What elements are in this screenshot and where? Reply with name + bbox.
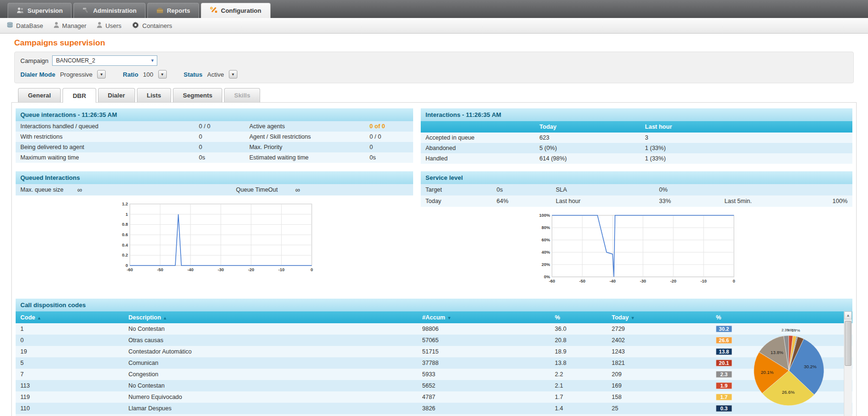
column-today[interactable]: Today▼ [612,314,716,321]
stat-label: Interactions handled / queued [20,123,199,130]
database-icon [7,22,13,29]
tab-strip: General DBR Dialer Lists Segments Skills [14,88,854,102]
service-level-row: Today 64% Last hour 33% Last 5min. 100% [421,195,852,207]
sort-asc-icon: ▲ [163,316,167,320]
cell-code: 7 [20,371,128,378]
last-hour-value: 1 (33%) [645,155,848,162]
panel-title: Call disposition codes [16,299,852,311]
svg-text:80%: 80% [541,225,550,230]
percent-badge: 20.1 [716,360,732,366]
cell-today: 158 [612,394,716,400]
svg-text:0.6: 0.6 [122,232,128,237]
cell-percent: 20.8 [555,337,612,344]
column-today-percent[interactable]: % [716,314,852,321]
cell-description: Llamar Despues [128,405,422,412]
vertical-scrollbar[interactable]: ▲ ▼ [844,311,852,416]
cell-code: 5 [20,360,128,366]
column-code[interactable]: Code▲ [20,314,128,321]
column-percent[interactable]: % [555,314,612,321]
cell-percent: 1.7 [555,394,612,400]
table-row[interactable]: 0 Otras causas 57065 20.8 2402 26.6 [16,335,852,346]
last-hour-value: 33% [659,198,724,204]
cell-code: 1 [20,326,128,332]
scroll-up-button[interactable]: ▲ [844,311,852,319]
campaign-selected-value: BANCOMER_2 [56,57,95,64]
svg-text:1.2: 1.2 [122,202,128,206]
cell-code: 0 [20,337,128,344]
table-row[interactable]: 5 Comunican 37788 13.8 1821 20.1 [16,357,852,369]
last-hour-value: 1 (33%) [645,145,848,151]
ratio-dropdown-button[interactable]: ▼ [158,70,167,79]
tab-lists[interactable]: Lists [137,88,171,102]
table-row: Abandoned 5 (0%) 1 (33%) [421,143,852,153]
toolbar-item-manager[interactable]: Manager [54,22,86,29]
table-row[interactable]: 119 Numero Equivocado 4787 1.7 158 1.7 [16,391,852,403]
nav-tab-supervision[interactable]: Supervision [8,3,72,18]
cell-accum: 5933 [422,371,555,378]
stat-label: Maximum waiting time [20,154,199,161]
table-row[interactable]: 110 Llamar Despues 3826 1.4 25 0.3 [16,403,852,414]
cell-percent: 1.4 [555,405,612,412]
svg-text:-30: -30 [640,279,646,283]
cell-percent: 36.0 [555,326,612,332]
toolbar-item-label: Containers [142,22,172,29]
table-row[interactable]: 7 Congestion 5933 2.2 209 2.3 [16,369,852,380]
sla-label: SLA [556,186,659,193]
stat-value: 0s [199,154,249,161]
cell-accum: 3826 [422,405,555,412]
column-today[interactable]: Today [540,124,645,130]
queue-timeout-label: Queue TimeOut [236,186,295,193]
campaign-select[interactable]: BANCOMER_2 ▼ [52,55,157,66]
column-description[interactable]: Description▲ [128,314,422,321]
tab-dialer[interactable]: Dialer [98,88,135,102]
nav-tab-administration[interactable]: Administration [73,3,145,18]
sort-asc-icon: ▲ [37,316,41,320]
stat-value: 0 [199,133,249,140]
cell-percent: 2.1 [555,382,612,389]
tab-general[interactable]: General [18,88,61,102]
table-row[interactable]: 19 Contestador Automático 51715 18.9 124… [16,346,852,357]
dialer-mode-label: Dialer Mode [20,71,55,78]
table-row[interactable]: 113 No Contestan 5652 2.1 169 1.9 [16,380,852,391]
column-accum[interactable]: #Accum▼ [422,314,555,321]
cell-code: 113 [20,382,128,389]
users-person-icon [97,22,102,29]
nav-tab-label: Configuration [221,7,261,14]
panel-title: Queued Interactions [16,171,413,184]
cell-accum: 4787 [422,394,555,400]
table-row[interactable]: 10 Abandonada 2641 1.0 19 0.2 [16,414,852,416]
service-level-panel: Service level Target 0s SLA 0% Today 64%… [421,171,852,291]
stat-label: With restrictions [20,133,199,140]
toolbar-item-database[interactable]: DataBase [7,22,43,29]
today-value: 64% [497,198,556,204]
cell-today: 209 [612,371,716,378]
cell-today: 2729 [612,326,716,332]
sla-value: 0% [659,186,724,193]
today-value: 5 (0%) [540,145,645,151]
svg-text:0.4: 0.4 [122,243,128,248]
nav-tab-reports[interactable]: Reports [147,3,199,18]
today-value: 623 [540,134,645,141]
panel-title: Queue interactions - 11:26:35 AM [16,108,413,121]
table-row: Handled 614 (98%) 1 (33%) [421,153,852,164]
table-row[interactable]: 1 No Contestan 98806 36.0 2729 30.2 [16,323,852,335]
dialer-mode-dropdown-button[interactable]: ▼ [97,70,106,79]
svg-text:26.6%: 26.6% [782,389,795,395]
row-label: Abandoned [425,145,540,151]
stat-value: 0 / 0 [370,133,408,140]
toolbar-item-containers[interactable]: Containers [132,21,172,30]
toolbar-item-users[interactable]: Users [97,22,121,29]
tab-segments[interactable]: Segments [173,88,222,102]
disposition-pie-chart: 30.2%26.6%20.1%13.8%2.3%1.9%1.7% [744,326,833,416]
svg-text:-40: -40 [609,279,615,283]
supervision-people-icon [17,7,24,15]
cell-accum: 98806 [422,326,555,332]
svg-text:0: 0 [732,279,735,283]
scrollbar-thumb[interactable] [845,321,851,366]
column-last-hour[interactable]: Last hour [645,124,848,130]
tab-dbr[interactable]: DBR [63,88,96,103]
status-dropdown-button[interactable]: ▼ [229,70,237,79]
service-level-chart: 0%20%40%60%80%100%-60-50-40-30-20-100 [535,212,739,288]
cell-accum: 51715 [422,348,555,355]
nav-tab-configuration[interactable]: Configuration [201,3,270,18]
